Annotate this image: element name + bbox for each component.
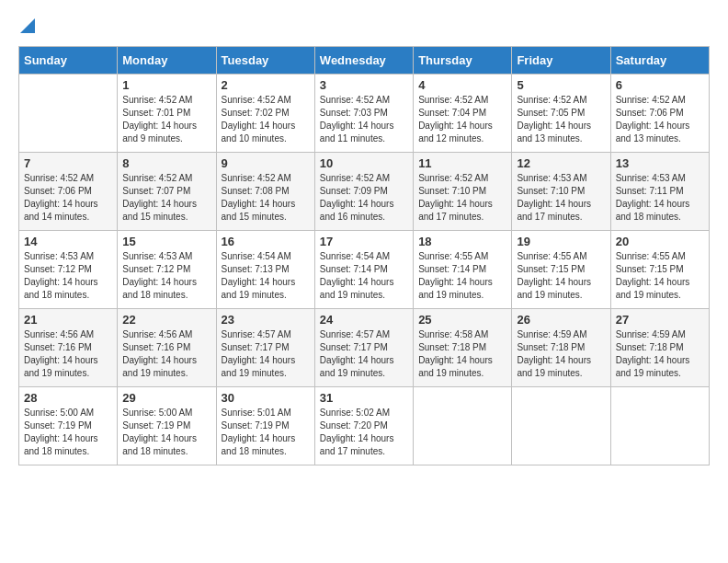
- calendar-day-cell: 14Sunrise: 4:53 AMSunset: 7:12 PMDayligh…: [19, 231, 118, 309]
- day-number: 10: [320, 156, 408, 170]
- calendar-day-cell: 6Sunrise: 4:52 AMSunset: 7:06 PMDaylight…: [610, 75, 709, 153]
- column-header-friday: Friday: [512, 47, 610, 75]
- logo-triangle-icon: [20, 18, 35, 33]
- calendar-week-row: 28Sunrise: 5:00 AMSunset: 7:19 PMDayligh…: [19, 387, 710, 465]
- calendar-day-cell: 1Sunrise: 4:52 AMSunset: 7:01 PMDaylight…: [118, 75, 216, 153]
- day-info: Sunrise: 4:57 AMSunset: 7:17 PMDaylight:…: [320, 328, 408, 380]
- day-info: Sunrise: 4:54 AMSunset: 7:14 PMDaylight:…: [320, 250, 408, 302]
- calendar-day-cell: 17Sunrise: 4:54 AMSunset: 7:14 PMDayligh…: [314, 231, 413, 309]
- day-info: Sunrise: 4:52 AMSunset: 7:09 PMDaylight:…: [320, 172, 408, 224]
- day-info: Sunrise: 4:54 AMSunset: 7:13 PMDaylight:…: [222, 250, 310, 302]
- calendar-day-cell: [610, 387, 709, 465]
- day-info: Sunrise: 4:52 AMSunset: 7:04 PMDaylight:…: [418, 94, 506, 145]
- page-header: [18, 18, 710, 37]
- day-number: 20: [616, 235, 704, 248]
- day-number: 19: [517, 235, 605, 248]
- day-info: Sunrise: 5:02 AMSunset: 7:20 PMDaylight:…: [320, 407, 408, 458]
- day-number: 30: [222, 391, 310, 405]
- day-info: Sunrise: 4:53 AMSunset: 7:12 PMDaylight:…: [24, 250, 112, 302]
- day-number: 15: [122, 235, 210, 248]
- calendar-table: SundayMondayTuesdayWednesdayThursdayFrid…: [18, 46, 710, 465]
- logo: [18, 18, 35, 37]
- day-number: 14: [24, 235, 112, 248]
- calendar-day-cell: 2Sunrise: 4:52 AMSunset: 7:02 PMDaylight…: [216, 75, 314, 153]
- calendar-day-cell: 9Sunrise: 4:52 AMSunset: 7:08 PMDaylight…: [216, 153, 314, 231]
- day-number: 18: [418, 235, 506, 248]
- calendar-day-cell: 28Sunrise: 5:00 AMSunset: 7:19 PMDayligh…: [19, 387, 118, 465]
- calendar-day-cell: 18Sunrise: 4:55 AMSunset: 7:14 PMDayligh…: [414, 231, 512, 309]
- day-number: 31: [320, 391, 408, 405]
- calendar-day-cell: 21Sunrise: 4:56 AMSunset: 7:16 PMDayligh…: [19, 309, 118, 387]
- day-number: 11: [418, 156, 506, 170]
- day-info: Sunrise: 4:59 AMSunset: 7:18 PMDaylight:…: [517, 328, 605, 380]
- calendar-day-cell: 12Sunrise: 4:53 AMSunset: 7:10 PMDayligh…: [512, 153, 610, 231]
- calendar-day-cell: 24Sunrise: 4:57 AMSunset: 7:17 PMDayligh…: [314, 309, 413, 387]
- day-info: Sunrise: 4:58 AMSunset: 7:18 PMDaylight:…: [418, 328, 506, 380]
- day-number: 7: [24, 156, 112, 170]
- day-info: Sunrise: 4:53 AMSunset: 7:11 PMDaylight:…: [616, 172, 704, 224]
- day-number: 17: [320, 235, 408, 248]
- day-number: 12: [517, 156, 605, 170]
- column-header-saturday: Saturday: [610, 47, 709, 75]
- calendar-day-cell: 4Sunrise: 4:52 AMSunset: 7:04 PMDaylight…: [414, 75, 512, 153]
- day-number: 22: [122, 313, 210, 327]
- day-info: Sunrise: 4:52 AMSunset: 7:03 PMDaylight:…: [320, 94, 408, 145]
- day-info: Sunrise: 4:56 AMSunset: 7:16 PMDaylight:…: [122, 328, 210, 380]
- day-info: Sunrise: 4:55 AMSunset: 7:15 PMDaylight:…: [616, 250, 704, 302]
- column-header-wednesday: Wednesday: [314, 47, 413, 75]
- day-number: 8: [122, 156, 210, 170]
- day-info: Sunrise: 5:01 AMSunset: 7:19 PMDaylight:…: [222, 407, 310, 458]
- day-info: Sunrise: 5:00 AMSunset: 7:19 PMDaylight:…: [122, 407, 210, 458]
- calendar-day-cell: [512, 387, 610, 465]
- day-info: Sunrise: 4:52 AMSunset: 7:05 PMDaylight:…: [517, 94, 605, 145]
- day-info: Sunrise: 4:56 AMSunset: 7:16 PMDaylight:…: [24, 328, 112, 380]
- day-info: Sunrise: 4:52 AMSunset: 7:06 PMDaylight:…: [616, 94, 704, 145]
- calendar-day-cell: 11Sunrise: 4:52 AMSunset: 7:10 PMDayligh…: [414, 153, 512, 231]
- calendar-week-row: 1Sunrise: 4:52 AMSunset: 7:01 PMDaylight…: [19, 75, 710, 153]
- day-number: 1: [122, 78, 210, 92]
- day-info: Sunrise: 4:52 AMSunset: 7:08 PMDaylight:…: [222, 172, 310, 224]
- day-number: 25: [418, 313, 506, 327]
- calendar-day-cell: 29Sunrise: 5:00 AMSunset: 7:19 PMDayligh…: [118, 387, 216, 465]
- day-number: 27: [616, 313, 704, 327]
- calendar-day-cell: [19, 75, 118, 153]
- svg-marker-0: [20, 18, 35, 33]
- day-info: Sunrise: 4:55 AMSunset: 7:14 PMDaylight:…: [418, 250, 506, 302]
- column-header-tuesday: Tuesday: [216, 47, 314, 75]
- day-number: 13: [616, 156, 704, 170]
- calendar-day-cell: 31Sunrise: 5:02 AMSunset: 7:20 PMDayligh…: [314, 387, 413, 465]
- column-header-monday: Monday: [118, 47, 216, 75]
- day-number: 26: [517, 313, 605, 327]
- day-info: Sunrise: 4:52 AMSunset: 7:01 PMDaylight:…: [122, 94, 210, 145]
- day-info: Sunrise: 4:52 AMSunset: 7:06 PMDaylight:…: [24, 172, 112, 224]
- day-number: 21: [24, 313, 112, 327]
- calendar-day-cell: 3Sunrise: 4:52 AMSunset: 7:03 PMDaylight…: [314, 75, 413, 153]
- calendar-day-cell: 15Sunrise: 4:53 AMSunset: 7:12 PMDayligh…: [118, 231, 216, 309]
- day-number: 29: [122, 391, 210, 405]
- calendar-week-row: 7Sunrise: 4:52 AMSunset: 7:06 PMDaylight…: [19, 153, 710, 231]
- calendar-day-cell: 27Sunrise: 4:59 AMSunset: 7:18 PMDayligh…: [610, 309, 709, 387]
- day-number: 2: [222, 78, 310, 92]
- day-info: Sunrise: 4:52 AMSunset: 7:10 PMDaylight:…: [418, 172, 506, 224]
- day-info: Sunrise: 4:57 AMSunset: 7:17 PMDaylight:…: [222, 328, 310, 380]
- calendar-day-cell: 16Sunrise: 4:54 AMSunset: 7:13 PMDayligh…: [216, 231, 314, 309]
- column-header-thursday: Thursday: [414, 47, 512, 75]
- calendar-day-cell: 23Sunrise: 4:57 AMSunset: 7:17 PMDayligh…: [216, 309, 314, 387]
- calendar-day-cell: 19Sunrise: 4:55 AMSunset: 7:15 PMDayligh…: [512, 231, 610, 309]
- calendar-day-cell: 7Sunrise: 4:52 AMSunset: 7:06 PMDaylight…: [19, 153, 118, 231]
- calendar-day-cell: 13Sunrise: 4:53 AMSunset: 7:11 PMDayligh…: [610, 153, 709, 231]
- column-header-sunday: Sunday: [19, 47, 118, 75]
- calendar-header-row: SundayMondayTuesdayWednesdayThursdayFrid…: [19, 47, 710, 75]
- day-number: 6: [616, 78, 704, 92]
- day-info: Sunrise: 4:53 AMSunset: 7:10 PMDaylight:…: [517, 172, 605, 224]
- day-number: 24: [320, 313, 408, 327]
- calendar-day-cell: 20Sunrise: 4:55 AMSunset: 7:15 PMDayligh…: [610, 231, 709, 309]
- calendar-day-cell: 5Sunrise: 4:52 AMSunset: 7:05 PMDaylight…: [512, 75, 610, 153]
- calendar-day-cell: [414, 387, 512, 465]
- day-info: Sunrise: 4:53 AMSunset: 7:12 PMDaylight:…: [122, 250, 210, 302]
- day-number: 16: [222, 235, 310, 248]
- day-info: Sunrise: 4:52 AMSunset: 7:07 PMDaylight:…: [122, 172, 210, 224]
- day-number: 23: [222, 313, 310, 327]
- calendar-day-cell: 30Sunrise: 5:01 AMSunset: 7:19 PMDayligh…: [216, 387, 314, 465]
- calendar-day-cell: 10Sunrise: 4:52 AMSunset: 7:09 PMDayligh…: [314, 153, 413, 231]
